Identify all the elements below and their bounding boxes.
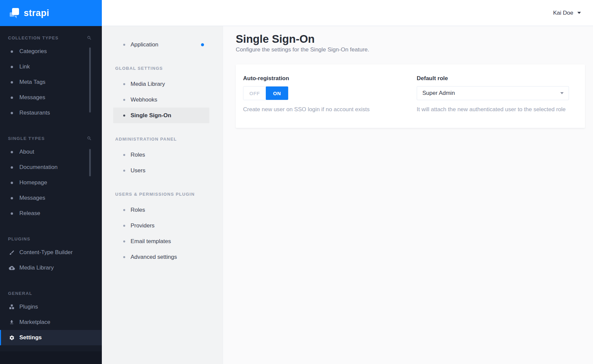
auto-registration-toggle: OFF ON (243, 86, 288, 100)
sidebar-item-label: Link (19, 63, 30, 70)
settings-menu-item-up-roles[interactable]: Roles (102, 202, 223, 218)
sidebar-item-homepage[interactable]: Homepage (0, 175, 102, 190)
sidebar-item-documentation[interactable]: Documentation (0, 160, 102, 175)
sidebar-item-label: Messages (19, 195, 45, 201)
app-root: strapi COLLECTION TYPES Categories Link … (0, 0, 593, 364)
settings-sidebar: Application GLOBAL SETTINGS Media Librar… (102, 26, 223, 364)
bullet-icon (11, 212, 13, 215)
settings-menu-item-label: Users (131, 167, 145, 174)
search-icon[interactable] (87, 136, 92, 141)
settings-menu-item-label: Roles (131, 207, 145, 213)
brush-icon (8, 250, 15, 255)
bullet-icon (123, 256, 125, 258)
section-title: GENERAL (8, 291, 32, 296)
bullet-icon (11, 197, 13, 199)
scrollbar-thumb[interactable] (89, 47, 91, 113)
strapi-logo[interactable]: strapi (0, 0, 102, 26)
default-role-select[interactable]: Super Admin (417, 86, 569, 100)
section-title: COLLECTION TYPES (8, 35, 59, 40)
settings-menu-item-admin-users[interactable]: Users (102, 163, 223, 178)
sidebar-item-marketplace[interactable]: Marketplace (0, 315, 102, 330)
settings-group-title-users-permissions-plugin: USERS & PERMISSIONS PLUGIN (115, 192, 223, 197)
sidebar-item-label: Content-Type Builder (19, 249, 73, 256)
bullet-icon (11, 112, 13, 114)
sidebar-item-label: Homepage (19, 179, 47, 186)
topbar: Kai Doe (102, 0, 593, 26)
auto-registration-field: Auto-registration OFF ON Create new user… (243, 75, 411, 128)
sidebar-item-messages[interactable]: Messages (0, 90, 102, 105)
default-role-description: It will attach the new authenticated use… (417, 106, 578, 113)
sidebar-footer (0, 351, 102, 364)
section-header-plugins: PLUGINS (8, 236, 92, 241)
sidebar-item-release[interactable]: Release (0, 206, 102, 221)
cloud-upload-icon (8, 265, 15, 270)
page-title: Single Sign-On (236, 32, 585, 46)
settings-menu-item-advanced-settings[interactable]: Advanced settings (102, 249, 223, 265)
sidebar-item-label: About (19, 149, 34, 155)
cubes-icon (8, 304, 15, 310)
sidebar-item-content-type-builder[interactable]: Content-Type Builder (0, 245, 102, 260)
settings-menu-item-label: Advanced settings (131, 254, 177, 260)
sidebar-item-label: Media Library (19, 264, 54, 271)
gear-icon (8, 335, 15, 341)
bullet-icon (11, 50, 13, 53)
sidebar-item-restaurants[interactable]: Restaurants (0, 105, 102, 121)
settings-menu-item-label: Roles (131, 152, 145, 158)
settings-group-title-global-settings: GLOBAL SETTINGS (115, 66, 223, 71)
notification-dot-icon (201, 43, 204, 46)
sidebar-item-about[interactable]: About (0, 144, 102, 160)
section-header-single-types: SINGLE TYPES (8, 136, 92, 141)
auto-registration-description: Create new user on SSO login if no accou… (243, 106, 411, 113)
sidebar-item-link[interactable]: Link (0, 59, 102, 74)
bullet-icon (123, 240, 125, 242)
bullet-icon (11, 81, 13, 83)
brand-name: strapi (24, 8, 49, 18)
sidebar-item-plugins[interactable]: Plugins (0, 299, 102, 315)
bullet-icon (11, 182, 13, 184)
sidebar-item-categories[interactable]: Categories (0, 44, 102, 59)
settings-menu-item-label: Webhooks (131, 97, 157, 103)
settings-menu-item-label: Application (131, 41, 158, 48)
sidebar-item-label: Marketplace (19, 319, 50, 326)
user-menu[interactable]: Kai Doe (553, 10, 581, 16)
scrollbar-thumb[interactable] (89, 149, 91, 176)
bullet-icon (11, 166, 13, 169)
page-subtitle: Configure the settings for the Single Si… (236, 46, 585, 53)
settings-menu-item-single-sign-on[interactable]: Single Sign-On (113, 108, 209, 123)
sidebar-item-label: Settings (19, 334, 42, 341)
bullet-icon (123, 115, 125, 117)
sidebar-item-messages-single[interactable]: Messages (0, 190, 102, 206)
right-region: Kai Doe Application GLOBAL SETTINGS Medi… (102, 0, 593, 364)
bullet-icon (11, 66, 13, 68)
sidebar-item-label: Meta Tags (19, 79, 45, 85)
sidebar-item-media-library[interactable]: Media Library (0, 260, 102, 276)
settings-menu-item-media-library[interactable]: Media Library (102, 76, 223, 92)
main-content: Single Sign-On Configure the settings fo… (223, 26, 593, 364)
settings-menu-item-label: Single Sign-On (131, 112, 171, 119)
content-row: Application GLOBAL SETTINGS Media Librar… (102, 26, 593, 364)
sidebar-item-label: Documentation (19, 164, 57, 171)
toggle-off-button[interactable]: OFF (243, 86, 266, 100)
default-role-value: Super Admin (422, 90, 455, 97)
settings-menu-item-application[interactable]: Application (102, 37, 223, 52)
settings-menu-item-email-templates[interactable]: Email templates (102, 233, 223, 249)
default-role-label: Default role (417, 75, 578, 82)
caret-down-icon (577, 12, 581, 14)
search-icon[interactable] (87, 35, 92, 40)
caret-down-icon (560, 92, 564, 94)
settings-menu-item-admin-roles[interactable]: Roles (102, 147, 223, 163)
strapi-logo-icon (9, 8, 19, 18)
bullet-icon (123, 83, 125, 85)
settings-menu-item-label: Media Library (131, 81, 165, 87)
section-title: SINGLE TYPES (8, 136, 45, 141)
settings-menu-item-webhooks[interactable]: Webhooks (102, 92, 223, 108)
sidebar-item-label: Categories (19, 48, 47, 55)
settings-menu-item-providers[interactable]: Providers (102, 218, 223, 233)
bullet-icon (123, 225, 125, 227)
toggle-on-button[interactable]: ON (266, 86, 288, 100)
settings-menu-item-label: Email templates (131, 238, 171, 245)
bullet-icon (123, 99, 125, 101)
sidebar-item-settings[interactable]: Settings (0, 330, 102, 345)
sidebar-item-meta-tags[interactable]: Meta Tags (0, 74, 102, 90)
bullet-icon (123, 154, 125, 156)
